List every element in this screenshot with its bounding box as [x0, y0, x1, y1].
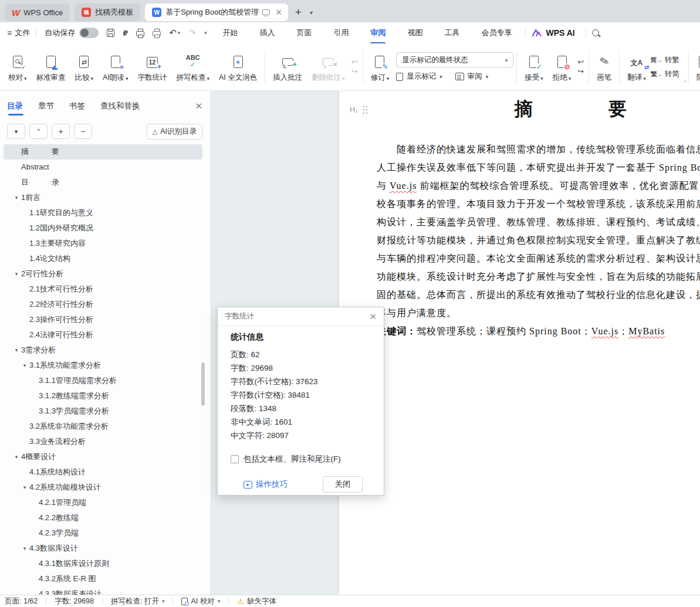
markup-state-select[interactable]: 显示标记的最终状态: [396, 52, 513, 67]
sidebar-scrollbar-thumb[interactable]: [201, 362, 205, 406]
outline-item[interactable]: 3.1系统功能需求分析: [4, 358, 202, 373]
tab-chapters[interactable]: 章节: [38, 101, 54, 111]
expand-arrow-icon[interactable]: [12, 449, 21, 464]
close-sidebar-icon[interactable]: ✕: [195, 101, 202, 111]
outline-item[interactable]: 4.3.1数据库设计原则: [4, 556, 202, 571]
to-simplified-button[interactable]: 繁→ 转简: [651, 69, 679, 79]
tab-find-replace[interactable]: 查找和替换: [100, 101, 140, 111]
undo-button[interactable]: [169, 28, 180, 38]
wps-ai-button[interactable]: WPS AI: [532, 28, 574, 38]
menu-tab[interactable]: 引用: [333, 26, 349, 39]
insert-comment-button[interactable]: 插入批注: [268, 48, 307, 86]
ink-pen-button[interactable]: 画笔: [592, 48, 616, 86]
file-menu[interactable]: 文件: [15, 28, 30, 38]
page-indicator[interactable]: 页面: 1/62: [5, 596, 38, 606]
accept-change-button[interactable]: 接受: [520, 48, 548, 86]
document-text-line[interactable]: 关键词：驾校管理系统；课程预约 Spring Boot；Vue.js；MyBat…: [377, 322, 700, 340]
export-pdf-icon[interactable]: ₽: [123, 29, 128, 38]
expand-all-button[interactable]: [7, 124, 25, 139]
new-tab-button[interactable]: +: [293, 6, 304, 19]
word-count-indicator[interactable]: 字数: 29698: [55, 596, 94, 606]
proofread-button[interactable]: 校对: [4, 48, 32, 86]
hamburger-icon[interactable]: ≡: [7, 28, 12, 38]
outline-item[interactable]: 1.2国内外研究概况: [4, 221, 202, 236]
outline-item[interactable]: 2.4法律可行性分析: [4, 327, 202, 343]
previous-change-icon[interactable]: [577, 58, 584, 66]
checkbox-unchecked-icon[interactable]: [231, 455, 239, 463]
outline-item[interactable]: 1.1研究目的与意义: [4, 205, 202, 221]
menu-tab[interactable]: 工具: [444, 26, 460, 39]
menu-tab[interactable]: 会员专享: [481, 26, 512, 39]
outline-item[interactable]: 3.1.3学员端需求分析: [4, 403, 202, 419]
expand-arrow-icon[interactable]: [12, 266, 21, 282]
spell-check-button[interactable]: ABC 拼写检查: [171, 48, 214, 86]
menu-tab[interactable]: 审阅: [370, 26, 386, 39]
show-markup-button[interactable]: 显示标记: [396, 72, 442, 82]
zoom-in-outline-button[interactable]: +: [52, 124, 70, 139]
outline-item[interactable]: 2.3操作可行性分析: [4, 312, 202, 327]
translate-button[interactable]: 文A 翻译: [623, 48, 651, 86]
ai-read-aloud-button[interactable]: AI朗读: [98, 48, 133, 86]
spell-check-status[interactable]: 拼写检查: 打开: [111, 596, 164, 606]
document-page[interactable]: H₁ 摘 要 随着经济的快速发展和驾照需求的增加，传统驾校管理系统面临着信息人工…: [339, 91, 700, 595]
compare-button[interactable]: 比较: [70, 48, 99, 86]
outline-item[interactable]: 4.2.3学员端: [4, 525, 202, 541]
standard-review-button[interactable]: 标准审查: [32, 48, 70, 86]
dialog-header[interactable]: 字数统计 ✕: [218, 307, 384, 326]
missing-font-warning[interactable]: 缺失字体: [237, 596, 276, 606]
include-textbox-checkbox-row[interactable]: 包括文本框、脚注和尾注(F): [231, 454, 374, 464]
track-changes-button[interactable]: 修订: [366, 48, 394, 86]
document-text-line[interactable]: 校各项事务的管理。本项目致力于开发一个驾校管理系统，该系统采用前后端: [377, 195, 700, 213]
outline-item[interactable]: 1前言: [4, 190, 202, 205]
document-title[interactable]: 摘 要: [339, 97, 700, 121]
screen-share-icon[interactable]: [262, 9, 270, 15]
menu-tab[interactable]: 视图: [407, 26, 423, 39]
document-text-line[interactable]: 构设计，主要涵盖学员管理、教练管理、教练排班、课程预约、考试成绩、考: [377, 213, 700, 231]
outline-item[interactable]: 1.3主要研究内容: [4, 236, 202, 251]
outline-item[interactable]: 3需求分析: [4, 343, 202, 358]
word-count-dialog[interactable]: 字数统计 ✕ 统计信息 页数: 62字数: 29698字符数(不计空格): 37…: [217, 307, 384, 496]
word-count-button[interactable]: 12 字数统计: [133, 48, 171, 86]
ai-proofread-status[interactable]: AI 校对: [181, 596, 220, 606]
undo-caret-icon[interactable]: [178, 30, 181, 36]
autosave-toggle[interactable]: [79, 28, 99, 38]
document-text-line[interactable]: 财报统计等功能模块，并通过角色权限控制实现安全管理。重点解决了教练排: [377, 231, 700, 249]
next-change-icon[interactable]: [577, 67, 584, 76]
outline-item[interactable]: 2可行性分析: [4, 266, 202, 282]
print-preview-icon[interactable]: [153, 31, 161, 36]
customize-toolbar-caret-icon[interactable]: [204, 30, 207, 36]
ai-detect-outline-button[interactable]: △ AI识别目录: [147, 124, 202, 140]
expand-arrow-icon[interactable]: [20, 541, 29, 556]
outline-item[interactable]: 4.3.2系统 E-R 图: [4, 571, 202, 586]
restrict-editing-button[interactable]: 限制: [692, 48, 700, 86]
expand-arrow-icon[interactable]: [20, 358, 29, 373]
expand-arrow-icon[interactable]: [12, 343, 21, 358]
outline-item[interactable]: 4.1系统结构设计: [4, 464, 202, 480]
document-text-line[interactable]: 与 Vue.js 前端框架的驾校综合管理系统。可提高管理效率，优化资源配置，并: [377, 177, 700, 195]
dialog-launcher-icon[interactable]: [684, 73, 687, 84]
document-text-line[interactable]: 率与用户满意度。: [377, 304, 700, 322]
outline-item[interactable]: 3.1.2教练端需求分析: [4, 388, 202, 403]
outline-item[interactable]: 4.3.3数据库表设计: [4, 586, 202, 595]
collapse-all-button[interactable]: ⌃: [29, 124, 48, 139]
reject-change-button[interactable]: 拒绝: [548, 48, 576, 86]
outline-item[interactable]: 摘 要: [4, 144, 202, 160]
outline-item[interactable]: 4.2系统功能模块设计: [4, 480, 202, 495]
outline-item[interactable]: Abstract: [4, 160, 202, 175]
outline-item[interactable]: 3.3业务流程分析: [4, 434, 202, 449]
print-icon[interactable]: [136, 31, 144, 36]
to-traditional-button[interactable]: 简→ 转繁: [651, 55, 679, 65]
expand-arrow-icon[interactable]: [20, 480, 29, 495]
tab-document[interactable]: W 基于Spring Boot的驾校管理 ✕: [145, 4, 288, 21]
tab-outline[interactable]: 目录: [7, 101, 23, 111]
outline-item[interactable]: 2.1技术可行性分析: [4, 282, 202, 297]
tab-wps-office[interactable]: W WPS Office: [5, 4, 70, 21]
outline-item[interactable]: 1.4论文结构: [4, 251, 202, 266]
outline-item[interactable]: 4.2.2教练端: [4, 510, 202, 525]
outline-item[interactable]: 2.2经济可行性分析: [4, 297, 202, 312]
close-dialog-icon[interactable]: ✕: [369, 311, 377, 322]
outline-item[interactable]: 3.1.1管理员端需求分析: [4, 373, 202, 388]
document-text-line[interactable]: 功能模块。系统设计时充分考虑了扩展性与安全性，旨在为后续的功能拓展奠: [377, 267, 700, 286]
tips-link[interactable]: 操作技巧: [244, 479, 288, 490]
outline-item[interactable]: 4.3数据库设计: [4, 541, 202, 556]
